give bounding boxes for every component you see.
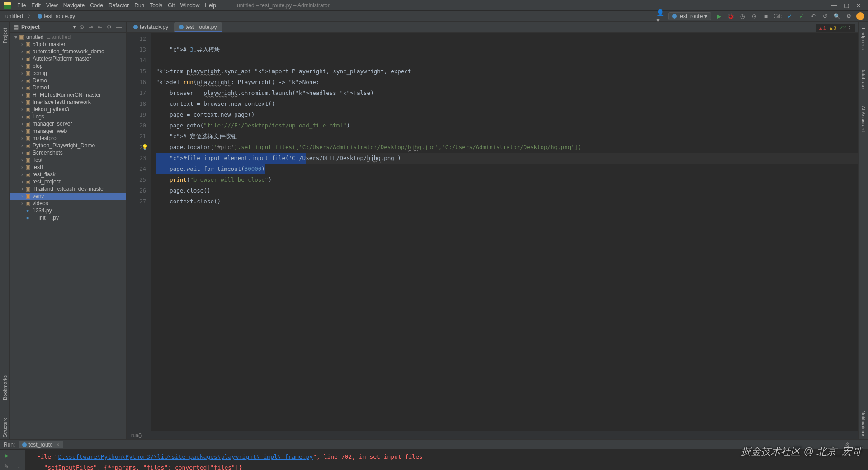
menu-window[interactable]: Window: [178, 2, 203, 9]
menu-git[interactable]: Git: [165, 2, 177, 9]
inspections-widget[interactable]: ▲1 ▲3 ✓2 〉: [816, 24, 855, 32]
menubar: FileEditViewNavigateCodeRefactorRunTools…: [0, 0, 868, 11]
run-config-selector[interactable]: test_route ▾: [668, 12, 711, 20]
code-editor[interactable]: "c"># 3.导入模块 "k">from playwright.sync_ap…: [151, 33, 858, 431]
hide-icon[interactable]: —: [115, 24, 123, 30]
sidebar-tab-endpoints[interactable]: Endpoints: [861, 26, 866, 52]
tree-item[interactable]: ›▣AutotestPlatform-master: [10, 55, 126, 62]
sidebar-tab-database[interactable]: Database: [861, 66, 866, 90]
minimize-icon[interactable]: —: [831, 2, 837, 9]
add-config-icon[interactable]: 👤▾: [656, 12, 665, 20]
tree-item[interactable]: ●1234.py: [10, 207, 126, 214]
git-commit-icon[interactable]: ✓: [797, 12, 806, 20]
sidebar-tab-structure[interactable]: Structure: [2, 415, 8, 439]
editor-breadcrumb[interactable]: run(): [127, 431, 858, 439]
tree-item[interactable]: ›▣51job_master: [10, 41, 126, 48]
console-output[interactable]: File "D:\software\Python\Python37\lib\si…: [25, 450, 868, 470]
tree-item[interactable]: ›▣blog: [10, 62, 126, 70]
tree-item[interactable]: ›▣config: [10, 70, 126, 77]
settings-icon[interactable]: ⚙: [844, 12, 853, 20]
search-icon[interactable]: 🔍: [833, 12, 841, 20]
tree-item[interactable]: ›▣InterfaceTestFramework: [10, 99, 126, 106]
project-tree[interactable]: ▾▣untitledE:\untitled›▣51job_master›▣aut…: [10, 33, 126, 439]
intention-bulb-icon[interactable]: 💡: [142, 142, 149, 153]
collapse-icon[interactable]: ⇤: [97, 24, 103, 30]
debug-icon[interactable]: 🐞: [726, 12, 735, 20]
tree-item[interactable]: ›▣Logs: [10, 113, 126, 120]
git-label: Git:: [774, 13, 782, 19]
down-icon[interactable]: ↓: [18, 463, 20, 470]
tree-item[interactable]: ›▣Demo: [10, 77, 126, 84]
tree-item[interactable]: ›▣Test: [10, 156, 126, 164]
run-label: Run:: [4, 442, 15, 448]
git-update-icon[interactable]: ✓: [786, 12, 794, 20]
tree-item[interactable]: ›▣videos: [10, 200, 126, 207]
editor-tab[interactable]: teststudy.py: [128, 22, 173, 32]
tree-item[interactable]: ›▣test_project: [10, 178, 126, 185]
run-tab[interactable]: test_route ×: [19, 441, 63, 448]
tree-item[interactable]: ●__init__.py: [10, 214, 126, 221]
rerun-icon[interactable]: ▶: [5, 452, 9, 459]
breadcrumb-project[interactable]: untitled: [4, 13, 25, 19]
menu-refactor[interactable]: Refactor: [106, 2, 132, 9]
tree-item[interactable]: ▾▣untitledE:\untitled: [10, 33, 126, 41]
menu-view[interactable]: View: [43, 2, 61, 9]
error-count: ▲1: [818, 25, 826, 31]
tree-item[interactable]: ›▣venv: [10, 193, 126, 200]
tree-item[interactable]: ›▣HTMLTestRunnerCN-master: [10, 91, 126, 99]
maximize-icon[interactable]: ▢: [844, 2, 849, 9]
menu-run[interactable]: Run: [132, 2, 147, 9]
locate-icon[interactable]: ⊙: [79, 24, 85, 30]
sidebar-tab-ai[interactable]: AI Assistant: [861, 104, 866, 133]
up-icon[interactable]: ↑: [18, 452, 20, 459]
git-history-icon[interactable]: ↶: [809, 12, 817, 20]
edit-config-icon[interactable]: ✎: [4, 463, 9, 470]
tree-item[interactable]: ›▣mztestpro: [10, 135, 126, 142]
tree-item[interactable]: ›▣automation_framework_demo: [10, 48, 126, 55]
run-settings-icon[interactable]: ⚙: [843, 442, 852, 448]
run-icon[interactable]: ▶: [715, 12, 723, 20]
tree-item[interactable]: ›▣Python_Playwright_Demo: [10, 142, 126, 149]
tree-item[interactable]: ›▣jiekou_python3: [10, 106, 126, 113]
avatar-icon[interactable]: [856, 12, 864, 20]
menu-edit[interactable]: Edit: [28, 2, 43, 9]
run-panel: Run: test_route × ⚙ — ▶ ✎ ■ ⏹ ▦ 🗑 ↑ ↓ ↩ …: [0, 439, 868, 470]
right-sidebar: Endpoints Database AI Assistant Notifica…: [858, 22, 868, 439]
menu-help[interactable]: Help: [202, 2, 219, 9]
tree-item[interactable]: ›▣Thailand_xsteach_dev-master: [10, 185, 126, 193]
tree-item[interactable]: ›▣test_flask: [10, 171, 126, 178]
expand-icon[interactable]: ⇥: [88, 24, 94, 30]
close-tab-icon[interactable]: ×: [57, 442, 60, 448]
sidebar-tab-notifications[interactable]: Notifications: [861, 409, 866, 439]
menu-navigate[interactable]: Navigate: [61, 2, 87, 9]
coverage-icon[interactable]: ◷: [738, 12, 746, 20]
navigation-bar: untitled 〉 test_route.py 👤▾ test_route ▾…: [0, 11, 868, 22]
tree-item[interactable]: ›▣Screenshots: [10, 149, 126, 156]
stop-icon[interactable]: ■: [762, 12, 770, 20]
project-title: Project: [21, 24, 71, 30]
close-icon[interactable]: ✕: [856, 2, 861, 9]
window-title: untitled – test_route.py – Administrator: [219, 2, 831, 9]
tree-item[interactable]: ›▣manager_server: [10, 120, 126, 127]
tree-item[interactable]: ›▣test1: [10, 164, 126, 171]
git-rollback-icon[interactable]: ↺: [821, 12, 829, 20]
breadcrumb-file[interactable]: test_route.py: [36, 13, 77, 19]
tree-item[interactable]: ›▣Demo1: [10, 84, 126, 91]
chevron-down-icon[interactable]: ▾: [73, 24, 76, 30]
app-logo-icon: [4, 2, 11, 9]
python-icon: [133, 25, 138, 29]
sidebar-tab-project[interactable]: Project: [2, 26, 8, 45]
gutter[interactable]: 12131415161718192021222324252627: [127, 33, 151, 431]
run-hide-icon[interactable]: —: [855, 442, 864, 448]
menu-file[interactable]: File: [14, 2, 28, 9]
gear-icon[interactable]: ⚙: [106, 24, 113, 30]
left-sidebar: Project Bookmarks Structure: [0, 22, 10, 439]
menu-code[interactable]: Code: [87, 2, 106, 9]
profile-icon[interactable]: ⊙: [750, 12, 758, 20]
run-tab-label: test_route: [28, 442, 52, 448]
sidebar-tab-bookmarks[interactable]: Bookmarks: [2, 373, 8, 402]
editor-tab[interactable]: test_route.py: [174, 22, 222, 32]
menu-tools[interactable]: Tools: [147, 2, 165, 9]
tree-item[interactable]: ›▣manager_web: [10, 127, 126, 135]
python-icon: [179, 25, 184, 29]
